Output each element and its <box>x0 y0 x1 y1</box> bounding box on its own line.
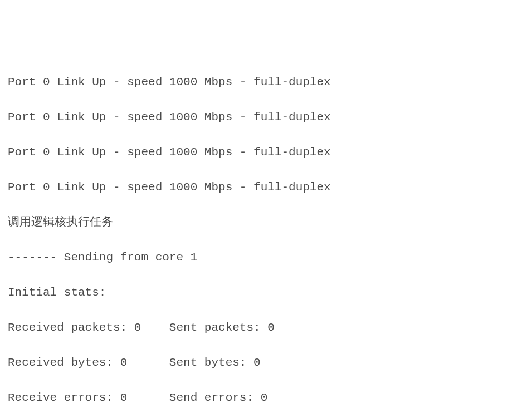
terminal-line-port-link-2: Port 0 Link Up - speed 1000 Mbps - full-… <box>8 144 524 161</box>
terminal-line-port-link-3: Port 0 Link Up - speed 1000 Mbps - full-… <box>8 179 524 196</box>
terminal-line-initial-received-sent-bytes: Received bytes: 0 Sent bytes: 0 <box>8 354 524 372</box>
terminal-line-port-link-1: Port 0 Link Up - speed 1000 Mbps - full-… <box>8 109 524 126</box>
terminal-line-port-link-0: Port 0 Link Up - speed 1000 Mbps - full-… <box>8 73 524 91</box>
terminal-line-initial-receive-send-errors: Receive errors: 0 Send errors: 0 <box>8 389 524 407</box>
terminal-line-initial-stats-header: Initial stats: <box>8 284 524 302</box>
terminal-line-initial-received-sent-packets: Received packets: 0 Sent packets: 0 <box>8 319 524 337</box>
terminal-line-sending-core: ------- Sending from core 1 <box>8 249 524 267</box>
terminal-line-logic-core-task: 调用逻辑核执行任务 <box>8 214 524 232</box>
